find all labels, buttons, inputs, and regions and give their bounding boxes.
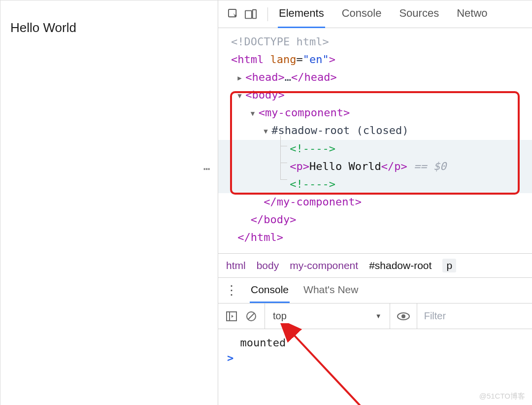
tab-console[interactable]: Console xyxy=(341,0,383,28)
drawer-tabs: ⋮ Console What's New xyxy=(218,278,532,304)
devtools-tabs: Elements Console Sources Netwo xyxy=(278,0,489,28)
crumb-body[interactable]: body xyxy=(257,260,279,271)
page-heading: Hello World xyxy=(10,20,218,35)
drawer-more-icon[interactable]: ⋮ xyxy=(225,283,237,298)
crumb-p[interactable]: p xyxy=(442,259,456,272)
drawer-tab-whatsnew[interactable]: What's New xyxy=(302,278,359,303)
device-toggle-icon[interactable] xyxy=(244,7,258,21)
devtools-panel: Elements Console Sources Netwo <!DOCTYPE… xyxy=(218,0,532,405)
console-context-selector[interactable]: top ▼ xyxy=(265,304,390,329)
dom-comment-1[interactable]: <!----> xyxy=(218,140,532,158)
toolbar-divider xyxy=(267,7,268,21)
disclosure-down-icon[interactable]: ▼ xyxy=(264,126,271,137)
elements-breadcrumb: html body my-component #shadow-root p xyxy=(218,253,532,278)
crumb-my-component[interactable]: my-component xyxy=(290,260,358,271)
clear-console-icon[interactable] xyxy=(245,310,258,323)
dom-html-close[interactable]: </html> xyxy=(218,229,532,246)
svg-line-6 xyxy=(248,313,254,319)
watermark-text: @51CTO博客 xyxy=(479,392,525,401)
svg-rect-1 xyxy=(245,10,252,18)
inspect-element-icon[interactable] xyxy=(226,7,240,21)
dom-mycomponent-open[interactable]: ▼<my-component> xyxy=(218,104,532,122)
dom-shadow-root[interactable]: ▼#shadow-root (closed) xyxy=(218,122,532,139)
disclosure-down-icon[interactable]: ▼ xyxy=(251,108,259,119)
svg-rect-2 xyxy=(253,9,256,18)
disclosure-right-icon[interactable]: ▶ xyxy=(237,73,245,84)
dom-html-open[interactable]: <html lang="en"> xyxy=(218,51,532,68)
disclosure-down-icon[interactable]: ▼ xyxy=(237,91,245,101)
console-sidebar-toggle-icon[interactable] xyxy=(225,310,238,323)
console-prompt-icon: > xyxy=(227,352,233,364)
crumb-shadow-root[interactable]: #shadow-root xyxy=(369,260,432,271)
dom-doctype[interactable]: <!DOCTYPE html> xyxy=(218,33,532,51)
dom-p-element[interactable]: … <p>Hello World</p> == $0 xyxy=(218,158,532,175)
console-toolbar: top ▼ Filter xyxy=(218,304,532,329)
dom-body-open[interactable]: ▼<body> xyxy=(218,86,532,104)
tab-elements[interactable]: Elements xyxy=(278,0,325,28)
drawer-tab-console[interactable]: Console xyxy=(250,278,290,303)
console-log-line[interactable]: mounted xyxy=(227,335,523,350)
crumb-html[interactable]: html xyxy=(226,260,246,271)
filter-placeholder: Filter xyxy=(424,310,446,322)
chevron-down-icon: ▼ xyxy=(375,312,382,320)
console-context-label: top xyxy=(273,310,287,322)
dom-comment-2[interactable]: <!----> xyxy=(218,175,532,193)
svg-point-8 xyxy=(401,314,405,318)
elements-dom-tree[interactable]: <!DOCTYPE html> <html lang="en"> ▶<head>… xyxy=(218,28,532,253)
rendered-page-panel: Hello World xyxy=(0,0,218,405)
console-prompt-line[interactable]: > xyxy=(227,350,523,366)
devtools-top-toolbar: Elements Console Sources Netwo xyxy=(218,0,532,28)
dom-mycomponent-close[interactable]: </my-component> xyxy=(218,193,532,211)
live-expression-icon[interactable] xyxy=(397,310,410,323)
dom-body-close[interactable]: </body> xyxy=(218,211,532,229)
dom-head[interactable]: ▶<head>…</head> xyxy=(218,68,532,86)
console-filter-input[interactable]: Filter xyxy=(417,304,525,329)
gutter-ellipsis-icon[interactable]: … xyxy=(203,158,209,175)
tab-sources[interactable]: Sources xyxy=(398,0,440,28)
tab-network[interactable]: Netwo xyxy=(456,0,488,28)
